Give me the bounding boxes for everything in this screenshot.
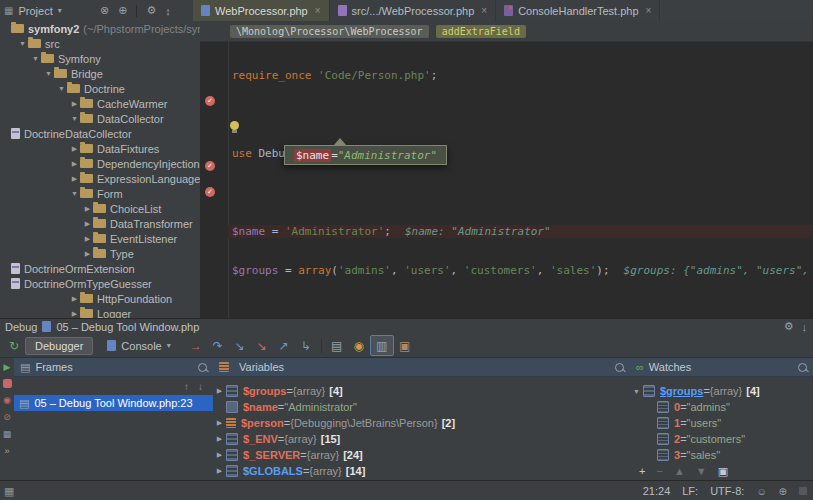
hide-panel-icon[interactable]: ↓ (802, 321, 808, 333)
tree-item-doctrinedatacollector[interactable]: DoctrineDataCollector (0, 126, 200, 141)
collapse-icon[interactable]: ▶ (69, 310, 80, 318)
memory-indicator[interactable] (799, 487, 807, 495)
tree-item-logger[interactable]: ▶Logger (0, 306, 200, 318)
restore-layout-icon[interactable]: ▦ (3, 429, 12, 439)
tree-item-cachewarmer[interactable]: ▶CacheWarmer (0, 96, 200, 111)
variable-row[interactable]: ▶$groups = {array}[4] (213, 383, 630, 399)
collapse-icon[interactable]: ▶ (69, 160, 80, 168)
run-to-cursor-icon[interactable]: ↳ (295, 336, 317, 355)
expand-icon[interactable]: ▼ (56, 85, 67, 92)
expand-icon[interactable]: ▼ (630, 388, 643, 395)
move-watch-up-icon[interactable]: ▲ (674, 465, 685, 477)
breadcrumb-method-chip[interactable]: addExtraField (436, 25, 526, 38)
resume-icon[interactable]: ▶ (4, 362, 11, 372)
pin-icon[interactable] (198, 363, 207, 372)
rerun-icon[interactable]: ↻ (3, 336, 25, 355)
duplicate-watch-icon[interactable]: ▣ (718, 465, 728, 478)
tree-item-src[interactable]: ▼src (0, 36, 200, 51)
collapse-icon[interactable]: ▶ (82, 250, 93, 258)
breakpoint-icon[interactable]: ✓ (205, 187, 215, 197)
watch-child-row[interactable]: 0 = "admins" (630, 399, 813, 415)
show-execution-point-icon[interactable]: → (185, 336, 207, 355)
move-watch-down-icon[interactable]: ▼ (696, 465, 707, 477)
toolwindow-switcher-icon[interactable]: ▦ (4, 485, 14, 498)
watch-child-row[interactable]: 1 = "users" (630, 415, 813, 431)
step-out-icon[interactable]: ↗ (273, 336, 295, 355)
breakpoints-icon[interactable]: ◉ (3, 395, 11, 405)
hector-inspections-icon[interactable]: ☺ (756, 486, 766, 497)
mute-breakpoints-icon[interactable]: ◉ (348, 336, 370, 355)
readonly-lock-icon[interactable]: ⊕ (779, 486, 787, 497)
tree-item-choicelist[interactable]: ▶ChoiceList (0, 201, 200, 216)
collapse-icon[interactable]: ▶ (82, 205, 93, 213)
mute-breakpoints-icon[interactable]: ⊘ (3, 412, 11, 422)
variable-row[interactable]: ▶$_SERVER = {array}[24] (213, 447, 630, 463)
variable-row[interactable]: ▶$GLOBALS = {array}[14] (213, 463, 630, 479)
tab-src-webprocessor[interactable]: src/.../WebProcessor.php × (330, 0, 497, 21)
tree-item-eventlistener[interactable]: ▶EventListener (0, 231, 200, 246)
code-editor[interactable]: \Monolog\Processor\WebProcessor addExtra… (200, 21, 813, 318)
editor-gutter[interactable]: ✓ ✓ ✓ (200, 41, 229, 318)
watch-row[interactable]: ▼$groups = {array}[4] (630, 383, 813, 399)
project-tool-selector[interactable]: ▦ Project ▾ (4, 0, 62, 21)
pin-icon[interactable] (798, 363, 807, 372)
watch-child-row[interactable]: 2 = "customers" (630, 431, 813, 447)
tree-item-doctrineormextension[interactable]: DoctrineOrmExtension (0, 261, 200, 276)
stop-icon[interactable] (3, 379, 12, 388)
breadcrumb-class-chip[interactable]: \Monolog\Processor\WebProcessor (230, 25, 429, 38)
encoding-selector[interactable]: UTF-8: (710, 485, 744, 497)
collapse-all-icon[interactable]: ⊗ (100, 4, 109, 17)
collapse-icon[interactable]: ▶ (213, 387, 226, 395)
tree-root[interactable]: symfony2 (~/PhpstormProjects/symfony2) (0, 21, 200, 36)
step-into-icon[interactable]: ↘ (229, 336, 251, 355)
collapse-icon[interactable]: ▶ (213, 467, 226, 475)
close-icon[interactable]: × (481, 5, 487, 16)
tree-item-doctrineormtypeguesser[interactable]: DoctrineOrmTypeGuesser (0, 276, 200, 291)
locate-icon[interactable]: ⊕ (118, 4, 127, 17)
tab-console[interactable]: Console ▾ (97, 337, 180, 355)
expand-icon[interactable]: ▼ (69, 115, 80, 122)
scroll-sync-icon[interactable]: ↕ (165, 5, 171, 17)
expand-icon[interactable]: ▼ (17, 40, 28, 47)
collapse-icon[interactable]: ▶ (69, 295, 80, 303)
breakpoint-icon[interactable]: ✓ (205, 96, 215, 106)
pin-icon[interactable] (615, 363, 624, 372)
view-breakpoints-icon[interactable]: ▤ (326, 336, 348, 355)
caret-position[interactable]: 21:24 (643, 485, 671, 497)
collapse-icon[interactable]: ▶ (213, 419, 226, 427)
tab-consolehandlertest[interactable]: ConsoleHandlerTest.php × (496, 0, 660, 21)
breakpoint-icon[interactable]: ✓ (205, 161, 215, 171)
tree-item-expressionlanguage[interactable]: ▶ExpressionLanguage (0, 171, 200, 186)
variable-row[interactable]: ▶$_ENV = {array}[15] (213, 431, 630, 447)
expand-icon[interactable]: ▼ (43, 70, 54, 77)
add-watch-icon[interactable]: + (639, 465, 645, 477)
tree-item-dependencyinjection[interactable]: ▶DependencyInjection (0, 156, 200, 171)
collapse-icon[interactable]: ▶ (82, 220, 93, 228)
more-icon[interactable]: » (4, 446, 9, 456)
expand-icon[interactable]: ▼ (30, 55, 41, 62)
close-icon[interactable]: × (315, 5, 321, 16)
tree-item-httpfoundation[interactable]: ▶HttpFoundation (0, 291, 200, 306)
collapse-icon[interactable]: ▶ (69, 175, 80, 183)
tree-item-symfony[interactable]: ▼Symfony (0, 51, 200, 66)
force-step-into-icon[interactable]: ↘ (251, 336, 273, 355)
expand-icon[interactable]: ▼ (69, 190, 80, 197)
tree-item-datafixtures[interactable]: ▶DataFixtures (0, 141, 200, 156)
tree-item-bridge[interactable]: ▼Bridge (0, 66, 200, 81)
frame-item-selected[interactable]: ▤ 05 – Debug Tool Window.php:23 (14, 395, 213, 411)
variable-row[interactable]: ▶$person = {Debugging\JetBrains\Person}[… (213, 415, 630, 431)
remove-watch-icon[interactable]: − (656, 465, 662, 477)
collapse-icon[interactable]: ▶ (69, 145, 80, 153)
tree-item-form[interactable]: ▼Form (0, 186, 200, 201)
tree-item-datacollector[interactable]: ▼DataCollector (0, 111, 200, 126)
code-area[interactable]: require_once 'Code/Person.php'; use Debu… (228, 43, 813, 318)
tab-debugger[interactable]: Debugger (25, 337, 93, 355)
step-over-icon[interactable]: ↷ (207, 336, 229, 355)
line-separator-selector[interactable]: LF: (682, 485, 698, 497)
collapse-icon[interactable]: ▶ (69, 100, 80, 108)
collapse-icon[interactable]: ▶ (213, 451, 226, 459)
layout-settings-icon[interactable]: ▥ (370, 335, 394, 356)
watch-child-row[interactable]: 3 = "sales" (630, 447, 813, 463)
tree-item-datatransformer[interactable]: ▶DataTransformer (0, 216, 200, 231)
collapse-icon[interactable]: ▶ (82, 235, 93, 243)
